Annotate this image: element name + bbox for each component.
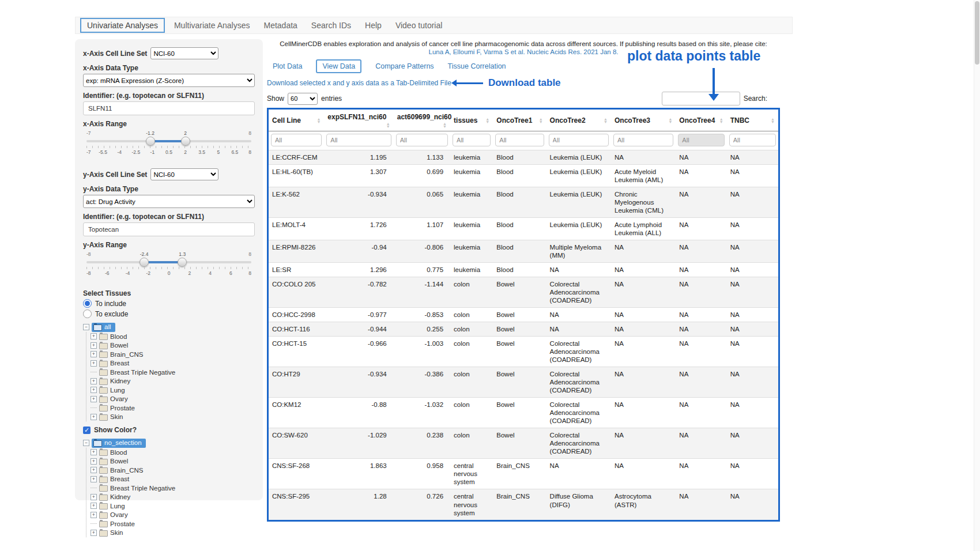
column-header-oncotree2[interactable]: OncoTree2▲▼ <box>546 110 611 131</box>
table-row-co-ht29[interactable]: CO:HT29-0.934-0.386colonBowelColorectal … <box>269 367 778 398</box>
to-exclude-radio[interactable] <box>83 310 92 318</box>
include-tree-root-collapse-expander-icon[interactable]: − <box>83 324 89 330</box>
expand-plus-icon[interactable]: + <box>91 458 97 465</box>
include-tree-item-breast[interactable]: +Breast <box>91 359 255 368</box>
filter-input-act609699-nci60[interactable] <box>396 134 448 146</box>
table-row-co-km12[interactable]: CO:KM12-0.88-1.032colonBowelColorectal A… <box>269 398 778 428</box>
x-cell-line-set-select[interactable]: NCI-60 <box>150 47 218 59</box>
expand-plus-icon[interactable]: + <box>91 387 97 393</box>
column-header-tissues[interactable]: tissues▲▼ <box>450 110 493 131</box>
exclude-tree-root-no-selection[interactable]: no_selection <box>92 439 146 448</box>
tab-view-data[interactable]: View Data <box>316 59 361 73</box>
column-header-oncotree3[interactable]: OncoTree3▲▼ <box>611 110 676 131</box>
filter-input-expslfn11-nci60[interactable] <box>326 134 391 146</box>
table-row-le-ccrf-cem[interactable]: LE:CCRF-CEM1.1951.133leukemiaBloodLeukem… <box>269 150 778 165</box>
filter-input-oncotree3[interactable] <box>613 134 673 146</box>
y-data-type-select[interactable]: act: Drug Activity <box>83 195 255 208</box>
table-row-cns-sf-268[interactable]: CNS:SF-2681.8630.958central nervous syst… <box>269 459 778 489</box>
tab-plot-data[interactable]: Plot Data <box>273 62 302 70</box>
column-header-oncotree4[interactable]: OncoTree4▲▼ <box>676 110 726 131</box>
filter-input-cell-line[interactable] <box>271 134 322 146</box>
y-range-low-handle[interactable] <box>140 258 149 267</box>
table-row-le-molt-4[interactable]: LE:MOLT-41.7261.107leukemiaBloodLeukemia… <box>269 218 778 240</box>
expand-plus-icon[interactable]: + <box>91 476 97 482</box>
expand-plus-icon[interactable]: + <box>91 351 97 357</box>
x-range-low-handle[interactable] <box>146 137 155 146</box>
expand-plus-icon[interactable]: + <box>91 342 97 349</box>
table-row-co-sw-620[interactable]: CO:SW-620-1.0290.238colonBowelColorectal… <box>269 428 778 459</box>
expand-plus-icon[interactable]: + <box>91 503 97 509</box>
exclude-tree-root-row[interactable]: −no_selection <box>83 438 255 448</box>
expand-plus-icon[interactable]: + <box>91 449 97 455</box>
expand-plus-icon[interactable]: + <box>91 467 97 473</box>
x-identifier-input[interactable] <box>83 101 255 115</box>
column-header-expslfn11-nci60[interactable]: expSLFN11_nci60▲▼ <box>324 110 393 131</box>
table-row-le-rpmi-8226[interactable]: LE:RPMI-8226-0.94-0.806leukemiaBloodMult… <box>269 240 778 263</box>
exclude-tree-item-prostate[interactable]: Prostate <box>91 519 255 529</box>
expand-plus-icon[interactable]: + <box>91 378 97 384</box>
exclude-tree-item-skin[interactable]: +Skin <box>91 529 255 538</box>
expand-plus-icon[interactable]: + <box>91 360 97 367</box>
column-header-cell-line[interactable]: Cell Line▲▼ <box>269 110 324 131</box>
table-row-cns-sf-295[interactable]: CNS:SF-2951.280.726central nervous syste… <box>269 489 778 520</box>
table-row-le-sr[interactable]: LE:SR1.2960.775leukemiaBloodNANANANA <box>269 263 778 277</box>
filter-input-tissues[interactable] <box>453 134 491 146</box>
table-row-le-k-562[interactable]: LE:K-562-0.9340.065leukemiaBloodLeukemia… <box>269 187 778 218</box>
expand-plus-icon[interactable]: + <box>91 396 97 402</box>
expand-plus-icon[interactable]: + <box>91 414 97 420</box>
to-include-radio[interactable] <box>83 299 92 308</box>
show-color-checkbox[interactable]: ✓ <box>83 427 91 434</box>
exclude-tree-item-blood[interactable]: +Blood <box>91 448 255 457</box>
include-tree-item-prostate[interactable]: Prostate <box>91 403 255 413</box>
exclude-tree-item-bowel[interactable]: +Bowel <box>91 457 255 466</box>
filter-input-oncotree4[interactable] <box>678 134 724 146</box>
exclude-tree-item-brain-cns[interactable]: +Brain_CNS <box>91 466 255 475</box>
table-row-co-hct-15[interactable]: CO:HCT-15-0.966-1.003colonBowelColorecta… <box>269 337 778 367</box>
filter-input-tnbc[interactable] <box>729 134 776 146</box>
exclude-tree-item-kidney[interactable]: +Kidney <box>91 493 255 502</box>
y-identifier-input[interactable] <box>83 222 255 236</box>
include-tree-item-brain-cns[interactable]: +Brain_CNS <box>91 350 255 359</box>
exclude-tree-item-lung[interactable]: +Lung <box>91 501 255 511</box>
y-cell-line-set-select[interactable]: NCI-60 <box>150 168 218 180</box>
filter-input-oncotree2[interactable] <box>549 134 609 146</box>
expand-plus-icon[interactable]: + <box>91 530 97 536</box>
nav-tab-metadata[interactable]: Metadata <box>257 18 304 32</box>
include-tree-root-row[interactable]: −all <box>83 322 255 332</box>
include-tree-item-ovary[interactable]: +Ovary <box>91 395 255 404</box>
x-range-high-handle[interactable] <box>181 137 190 146</box>
nav-tab-univariate-analyses[interactable]: Univariate Analyses <box>80 18 165 33</box>
exclude-tree-item-breast[interactable]: +Breast <box>91 475 255 484</box>
tab-tissue-correlation[interactable]: Tissue Correlation <box>448 62 506 70</box>
nav-tab-search-ids[interactable]: Search IDs <box>304 18 358 32</box>
search-input[interactable] <box>662 92 740 105</box>
include-tree-item-lung[interactable]: +Lung <box>91 386 255 395</box>
include-tree-item-kidney[interactable]: +Kidney <box>91 377 255 386</box>
column-header-act609699-nci60[interactable]: act609699_nci60▲▼ <box>394 110 450 131</box>
download-link[interactable]: Download selected x and y axis data as a… <box>267 79 451 87</box>
nav-tab-multivariate-analyses[interactable]: Multivariate Analyses <box>167 18 257 32</box>
y-range-high-handle[interactable] <box>178 258 187 267</box>
nav-tab-help[interactable]: Help <box>358 18 389 32</box>
expand-plus-icon[interactable]: + <box>91 512 97 518</box>
tab-compare-patterns[interactable]: Compare Patterns <box>375 62 434 70</box>
table-row-co-hcc-2998[interactable]: CO:HCC-2998-0.977-0.853colonBowelNANANAN… <box>269 308 778 322</box>
nav-tab-video-tutorial[interactable]: Video tutorial <box>389 18 449 32</box>
include-tree-item-blood[interactable]: +Blood <box>91 332 255 341</box>
y-range-slider[interactable]: -88-2.41.3-8-6-4-202468 <box>86 251 251 279</box>
exclude-tree-item-breast-triple-negative[interactable]: Breast Triple Negative <box>91 484 255 493</box>
x-range-slider[interactable]: -78-1.22-7-5.5-4-2.5-10.523.556.58 <box>86 130 251 158</box>
filter-input-oncotree1[interactable] <box>495 134 544 146</box>
exclude-tree-item-ovary[interactable]: +Ovary <box>91 511 255 520</box>
exclude-tree-root-collapse-expander-icon[interactable]: − <box>83 440 89 446</box>
include-tree-item-breast-triple-negative[interactable]: Breast Triple Negative <box>91 368 255 377</box>
expand-plus-icon[interactable]: + <box>91 333 97 339</box>
scrollbar-thumb[interactable] <box>975 1 979 65</box>
include-tree-root-all[interactable]: all <box>92 323 115 332</box>
include-tree-item-skin[interactable]: +Skin <box>91 413 255 422</box>
table-row-co-colo-205[interactable]: CO:COLO 205-0.782-1.144colonBowelColorec… <box>269 277 778 308</box>
x-data-type-select[interactable]: exp: mRNA Expression (Z-Score) <box>83 74 255 87</box>
table-row-co-hct-116[interactable]: CO:HCT-116-0.9440.255colonBowelNANANANA <box>269 322 778 337</box>
expand-plus-icon[interactable]: + <box>91 494 97 500</box>
column-header-tnbc[interactable]: TNBC▲▼ <box>727 110 778 131</box>
